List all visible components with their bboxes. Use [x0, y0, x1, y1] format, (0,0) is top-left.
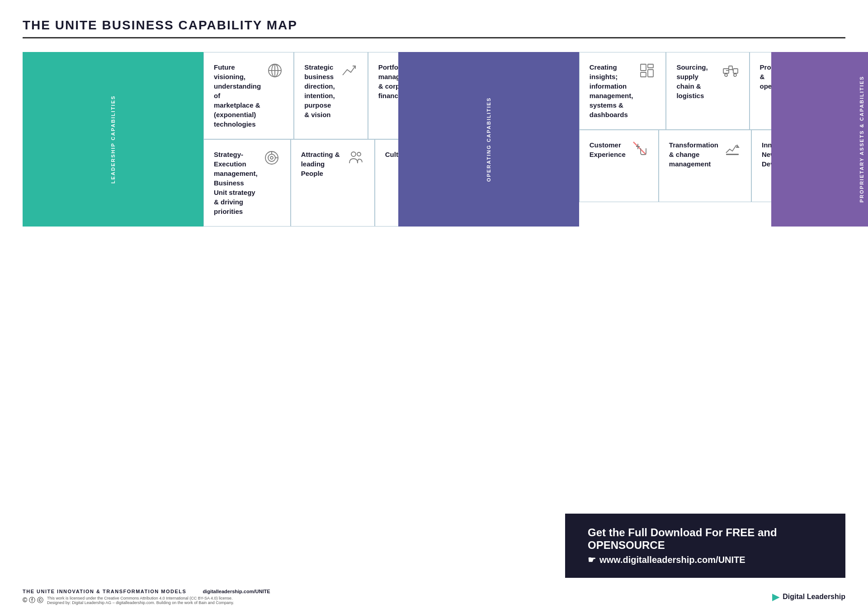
svg-rect-27	[729, 66, 732, 70]
no-touch-icon	[630, 140, 649, 159]
people-icon	[346, 150, 365, 169]
cell-operating-1-0: Customer Experience	[579, 130, 659, 202]
footer-model-url[interactable]: digitalleadership.com/UNITE	[203, 589, 270, 594]
footer-model-title: THE UNITE INNOVATION & TRANSFORMATION MO…	[23, 589, 186, 594]
section-leadership: LEADERSHIP CAPABILITIESFuture visioning,…	[23, 52, 398, 227]
cell-operating-1-1: Transformation & change management	[659, 130, 751, 202]
svg-rect-24	[641, 72, 646, 77]
label-operating: OPERATING CAPABILITIES	[398, 52, 579, 227]
chart-up-icon	[340, 62, 359, 81]
svg-point-32	[734, 74, 736, 76]
svg-rect-22	[641, 64, 646, 71]
svg-point-14	[268, 154, 275, 161]
dashboard-icon	[637, 62, 656, 81]
cell-text-operating-0-1: Sourcing, supply chain & logistics	[676, 62, 721, 100]
svg-point-19	[357, 152, 361, 156]
brand-arrow-icon: ▶	[772, 591, 779, 602]
cell-text-leadership-1-0: Strategy-Execution management, Business …	[214, 150, 262, 216]
banner-url: ☛ www.digitalleadership.com/UNITE	[588, 554, 823, 565]
download-banner[interactable]: Get the Full Download For FREE and OPENS…	[565, 514, 845, 578]
cell-text-leadership-1-1: Attracting & leading People	[301, 150, 346, 178]
banner-arrow: ☛	[588, 554, 596, 565]
svg-rect-25	[648, 70, 653, 77]
supply-chain-icon	[721, 62, 740, 81]
cell-text-leadership-0-0: Future visioning, understanding of marke…	[214, 62, 265, 129]
cell-text-operating-1-0: Customer Experience	[590, 140, 630, 159]
cell-leadership-0-0: Future visioning, understanding of marke…	[203, 52, 294, 139]
label-proprietary: PROPRIETARY ASSETS & CAPABILITIES	[771, 52, 868, 227]
svg-rect-23	[648, 64, 653, 68]
capability-map: LEADERSHIP CAPABILITIESFuture visioning,…	[23, 52, 845, 227]
globe-icon	[265, 62, 284, 81]
section-proprietary: PROPRIETARY ASSETS & CAPABILITIESTangibl…	[771, 52, 868, 227]
cell-text-operating-1-1: Transformation & change management	[669, 140, 723, 169]
arrow-chart-icon	[723, 140, 742, 159]
cell-text-leadership-0-1: Strategic business direction, intention,…	[304, 62, 340, 119]
cell-leadership-0-1: Strategic business direction, intention,…	[294, 52, 368, 139]
footer-brand: ▶ Digital Leadership	[772, 591, 845, 602]
cell-leadership-1-1: Attracting & leading People	[291, 139, 375, 227]
svg-point-18	[351, 152, 356, 156]
cell-leadership-1-0: Strategy-Execution management, Business …	[203, 139, 291, 227]
footer-license: This work is licensed under the Creative…	[47, 596, 234, 605]
target-icon	[262, 150, 281, 169]
page-container: THE UNITE BUSINESS CAPABILITY MAP LEADER…	[0, 0, 868, 614]
section-operating: OPERATING CAPABILITIESCreating insights;…	[398, 52, 771, 227]
banner-title: Get the Full Download For FREE and OPENS…	[588, 526, 823, 552]
footer: THE UNITE INNOVATION & TRANSFORMATION MO…	[23, 589, 845, 605]
cell-operating-0-1: Sourcing, supply chain & logistics	[666, 52, 749, 130]
cell-text-operating-0-0: Creating insights; information managemen…	[590, 62, 638, 119]
label-leadership: LEADERSHIP CAPABILITIES	[23, 52, 203, 227]
cc-icons: © ⓕ ⓒ	[23, 596, 43, 605]
svg-rect-26	[723, 69, 729, 73]
svg-rect-28	[733, 69, 738, 73]
brand-name: Digital Leadership	[783, 593, 845, 601]
svg-point-15	[270, 156, 273, 159]
cell-operating-0-0: Creating insights; information managemen…	[579, 52, 666, 130]
svg-line-35	[633, 142, 646, 155]
page-title: THE UNITE BUSINESS CAPABILITY MAP	[23, 18, 845, 38]
svg-rect-36	[726, 154, 739, 155]
banner-link[interactable]: www.digitalleadership.com/UNITE	[599, 555, 745, 565]
footer-left: THE UNITE INNOVATION & TRANSFORMATION MO…	[23, 589, 270, 605]
svg-point-31	[725, 74, 727, 76]
